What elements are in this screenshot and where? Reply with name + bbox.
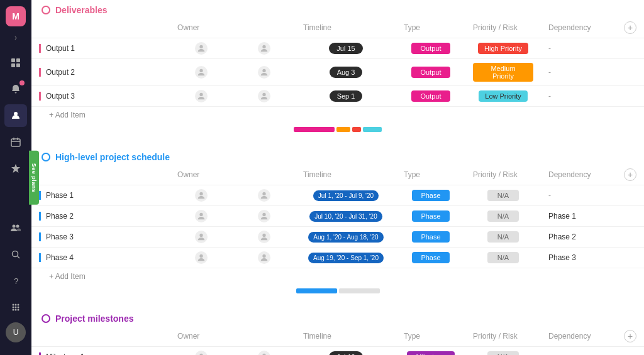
see-plans-wrap: See plans <box>29 150 39 205</box>
col-add-header[interactable]: + <box>616 18 644 38</box>
col-owner2-header <box>233 18 296 38</box>
schedule-colorbar <box>31 285 644 298</box>
owner-col <box>170 59 233 86</box>
mil-col-timeline: Timeline <box>296 326 396 347</box>
owner-icon <box>195 189 208 202</box>
sidebar-icon-calendar[interactable] <box>4 131 27 153</box>
svg-point-21 <box>13 309 14 311</box>
mil-col-type: Type <box>396 326 465 347</box>
dep-col: - <box>541 38 616 59</box>
svg-point-35 <box>262 234 265 237</box>
svg-rect-5 <box>11 139 20 146</box>
table-row: Phase 3 Aug 1, '20 - Aug 18, '20 Phase N… <box>31 227 644 248</box>
svg-point-25 <box>262 45 265 48</box>
col-dep-header: Dependency <box>541 18 616 38</box>
sidebar-icon-people[interactable] <box>4 217 27 239</box>
schedule-add-item[interactable]: + Add Item <box>31 268 644 285</box>
sch-bar-blue <box>296 288 337 293</box>
svg-point-16 <box>15 304 17 306</box>
item-name: Output 3 <box>39 92 162 101</box>
svg-point-23 <box>18 309 19 311</box>
type-col: Phase <box>396 185 465 206</box>
type-badge: Output <box>411 43 450 54</box>
owner2-col <box>233 347 296 356</box>
sch-bar-gray <box>339 288 380 293</box>
table-row: Phase 1 Jul 1, '20 - Jul 9, '20 Phase N/… <box>31 185 644 206</box>
timeline-badge: Aug 1, '20 - Aug 18, '20 <box>308 232 383 243</box>
owner-col <box>170 38 233 59</box>
sidebar-icon-search[interactable] <box>4 243 27 266</box>
sidebar-icon-grid[interactable] <box>4 52 27 74</box>
item-name: Phase 4 <box>39 253 162 262</box>
owner-icon2 <box>258 66 270 79</box>
deliverables-header: Owner Timeline Type Priority / Risk Depe… <box>31 18 644 38</box>
schedule-header: Owner Timeline Type Priority / Risk Depe… <box>31 165 644 185</box>
sidebar-expand[interactable]: › <box>8 30 23 45</box>
sch-col-owner: Owner <box>170 165 233 185</box>
owner-col <box>170 206 233 227</box>
type-badge: Phase <box>412 190 449 201</box>
svg-point-27 <box>262 69 265 72</box>
timeline-badge: Aug 19, '20 - Sep 1, '20 <box>308 253 384 263</box>
dep-value: - <box>548 44 551 53</box>
svg-point-34 <box>199 234 203 237</box>
priority-col: High Priority <box>465 38 541 59</box>
priority-badge: N/A <box>487 190 519 201</box>
timeline-badge: Sep 1 <box>330 90 363 102</box>
svg-rect-3 <box>16 63 20 67</box>
timeline-badge: Jul 10, '20 - Jul 31, '20 <box>309 211 382 222</box>
type-badge: Phase <box>412 210 449 222</box>
item-label: Output 1 <box>46 44 75 53</box>
dep-col: - <box>541 86 616 107</box>
item-label: Phase 3 <box>46 232 74 241</box>
sch-col-add[interactable]: + <box>616 165 644 185</box>
sidebar-logo[interactable]: M <box>6 6 26 26</box>
sidebar-icon-users[interactable] <box>4 104 27 127</box>
owner-icon <box>195 42 208 55</box>
milestones-title: Project milestones <box>55 314 134 324</box>
mil-col-owner: Owner <box>170 326 233 347</box>
user-avatar[interactable]: U <box>6 322 26 342</box>
svg-point-12 <box>13 251 18 257</box>
svg-point-17 <box>18 304 19 306</box>
owner-col <box>170 248 233 268</box>
extra-col <box>616 38 644 59</box>
sidebar-icon-bell[interactable] <box>4 78 27 101</box>
sidebar-icon-star[interactable] <box>4 157 27 180</box>
dep-value: Phase 1 <box>548 212 576 221</box>
schedule-section: High-level project schedule Owner Timeli… <box>31 147 644 298</box>
owner-icon <box>195 251 208 264</box>
owner2-col <box>233 38 296 59</box>
type-badge: Phase <box>412 252 449 263</box>
dep-value: - <box>548 92 551 101</box>
svg-point-31 <box>262 192 265 195</box>
priority-badge: N/A <box>487 231 519 243</box>
extra-col <box>616 185 644 206</box>
sch-col-owner2 <box>233 165 296 185</box>
table-row: Output 3 Sep 1 Output Low Priority - <box>31 86 644 107</box>
priority-col: N/A <box>465 248 541 268</box>
owner2-col <box>233 185 296 206</box>
priority-badge: N/A <box>487 252 519 263</box>
mil-col-add[interactable]: + <box>616 326 644 347</box>
owner-icon <box>195 210 208 222</box>
priority-badge: High Priority <box>478 43 528 54</box>
dep-col: Phase 3 <box>541 248 616 268</box>
item-name: Phase 1 <box>39 191 162 200</box>
sidebar-icon-apps[interactable] <box>4 296 27 319</box>
item-label: Phase 2 <box>46 212 74 221</box>
see-plans-button[interactable]: See plans <box>29 150 39 205</box>
owner-icon2 <box>258 90 270 102</box>
deliverables-add-item[interactable]: + Add Item <box>31 107 644 123</box>
sidebar-icon-question[interactable]: ? <box>4 270 27 292</box>
deliverables-body: Output 1 Jul 15 Output High Priority - O… <box>31 38 644 107</box>
owner-col <box>170 185 233 206</box>
item-name: Milestone 1 <box>39 352 162 355</box>
svg-text:?: ? <box>14 276 18 286</box>
notification-badge <box>19 80 25 85</box>
dep-value: - <box>548 191 551 200</box>
dep-value: Phase 2 <box>548 232 576 241</box>
mil-col-dep: Dependency <box>541 326 616 347</box>
owner-icon2 <box>258 189 270 202</box>
item-label: Milestone 1 <box>46 352 84 355</box>
